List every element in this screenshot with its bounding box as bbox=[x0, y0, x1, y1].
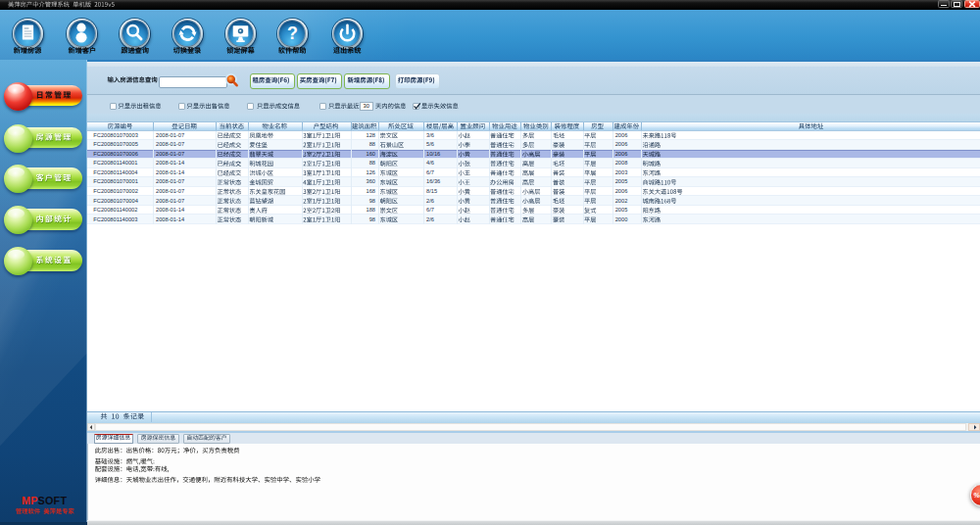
svg-text:?: ? bbox=[287, 24, 298, 43]
svg-text:%: % bbox=[973, 491, 980, 500]
